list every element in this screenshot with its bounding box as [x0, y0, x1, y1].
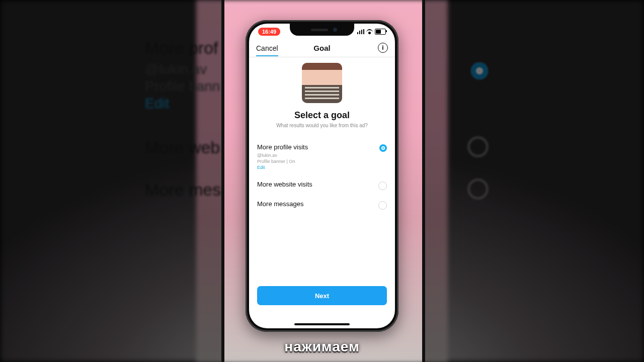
video-border-right — [422, 0, 425, 362]
info-icon[interactable]: i — [378, 43, 388, 53]
home-indicator[interactable] — [294, 323, 350, 325]
cellular-icon — [357, 29, 364, 34]
option-label: More messages — [257, 200, 303, 208]
radio-unselected-icon[interactable] — [378, 182, 387, 190]
next-button[interactable]: Next — [257, 286, 387, 305]
radio-selected-icon[interactable] — [379, 144, 387, 152]
option-label: More website visits — [257, 180, 312, 188]
option-meta: @lukin.av Profile banner | On Edit — [257, 152, 308, 170]
video-caption: нажимаем — [221, 339, 423, 355]
phone-notch — [290, 24, 354, 36]
page-subtitle: What results would you like from this ad… — [257, 123, 387, 128]
status-icons — [357, 29, 386, 35]
video-border-left — [221, 0, 224, 362]
left-dim-overlay — [0, 0, 221, 362]
battery-icon — [375, 29, 386, 35]
nav-bar: Cancel Goal i — [249, 39, 395, 57]
radio-unselected-icon[interactable] — [378, 201, 387, 210]
status-time-recording: 16:49 — [258, 28, 280, 36]
option-label: More profile visits — [257, 143, 308, 151]
phone-frame: 16:49 Cancel Goal i Select a goal What r… — [246, 20, 398, 332]
option-edit-link[interactable]: Edit — [257, 165, 265, 170]
content-area: Select a goal What results would you lik… — [249, 57, 395, 328]
goal-option-profile-visits[interactable]: More profile visits @lukin.av Profile ba… — [257, 138, 387, 175]
goal-option-messages[interactable]: More messages — [257, 195, 387, 215]
wifi-icon — [366, 29, 373, 34]
right-dim-overlay — [425, 0, 644, 362]
cancel-button[interactable]: Cancel — [256, 44, 278, 56]
ad-thumbnail[interactable] — [302, 63, 342, 103]
phone-screen: 16:49 Cancel Goal i Select a goal What r… — [249, 24, 395, 328]
goal-option-website-visits[interactable]: More website visits — [257, 175, 387, 195]
page-title: Select a goal — [257, 110, 387, 121]
